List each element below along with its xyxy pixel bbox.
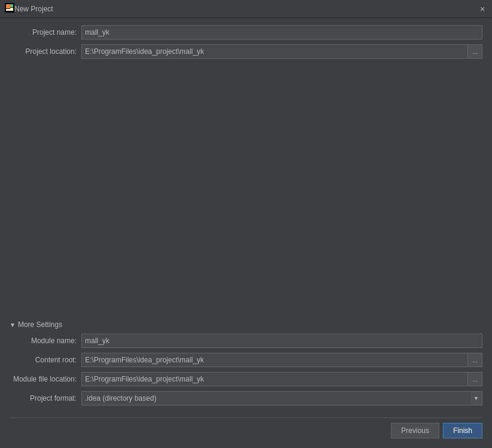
- project-format-select-wrapper: .idea (directory based) ▼: [81, 391, 482, 405]
- project-name-input[interactable]: [81, 25, 482, 40]
- previous-button[interactable]: Previous: [391, 423, 439, 438]
- more-settings-fields: Module name: Content root: ... Module fi…: [10, 334, 482, 405]
- content-root-field: ...: [81, 353, 482, 367]
- module-file-location-label: Module file location:: [10, 375, 81, 383]
- content-root-row: Content root: ...: [10, 353, 482, 367]
- module-file-location-field: ...: [81, 372, 482, 386]
- project-name-label: Project name:: [10, 28, 81, 37]
- module-file-location-browse-button[interactable]: ...: [468, 372, 482, 386]
- svg-rect-1: [6, 4, 10, 8]
- module-name-row: Module name:: [10, 334, 482, 348]
- spacer: [10, 63, 482, 320]
- svg-rect-3: [10, 4, 13, 7]
- project-format-select[interactable]: .idea (directory based): [81, 391, 482, 405]
- more-settings-label: More Settings: [18, 320, 62, 329]
- more-settings-arrow-icon: ▼: [10, 322, 16, 328]
- dialog-body: Project name: Project location: ... ▼ Mo…: [0, 18, 492, 448]
- module-name-input[interactable]: [81, 334, 482, 348]
- module-name-label: Module name:: [10, 337, 81, 345]
- content-root-input[interactable]: [81, 353, 468, 367]
- project-name-row: Project name:: [10, 25, 482, 40]
- content-root-browse-button[interactable]: ...: [468, 353, 482, 367]
- module-file-location-row: Module file location: ...: [10, 372, 482, 386]
- project-location-field: ...: [81, 44, 482, 59]
- dialog-footer: Previous Finish: [10, 417, 482, 441]
- svg-rect-2: [6, 9, 13, 11]
- project-format-label: Project format:: [10, 394, 81, 402]
- module-file-location-input[interactable]: [81, 372, 468, 386]
- close-button[interactable]: ×: [478, 4, 487, 14]
- project-location-label: Project location:: [10, 47, 81, 56]
- content-root-label: Content root:: [10, 356, 81, 364]
- finish-button[interactable]: Finish: [443, 423, 482, 438]
- more-settings-section: ▼ More Settings Module name: Content roo…: [10, 320, 482, 410]
- project-location-input[interactable]: [81, 44, 468, 59]
- project-format-row: Project format: .idea (directory based) …: [10, 391, 482, 405]
- app-logo-icon: [5, 3, 14, 14]
- title-bar: New Project ×: [0, 0, 492, 18]
- project-location-row: Project location: ...: [10, 44, 482, 59]
- svg-rect-4: [10, 8, 13, 9]
- dialog-title: New Project: [14, 5, 478, 13]
- more-settings-toggle[interactable]: ▼ More Settings: [10, 320, 482, 329]
- project-location-browse-button[interactable]: ...: [468, 44, 482, 59]
